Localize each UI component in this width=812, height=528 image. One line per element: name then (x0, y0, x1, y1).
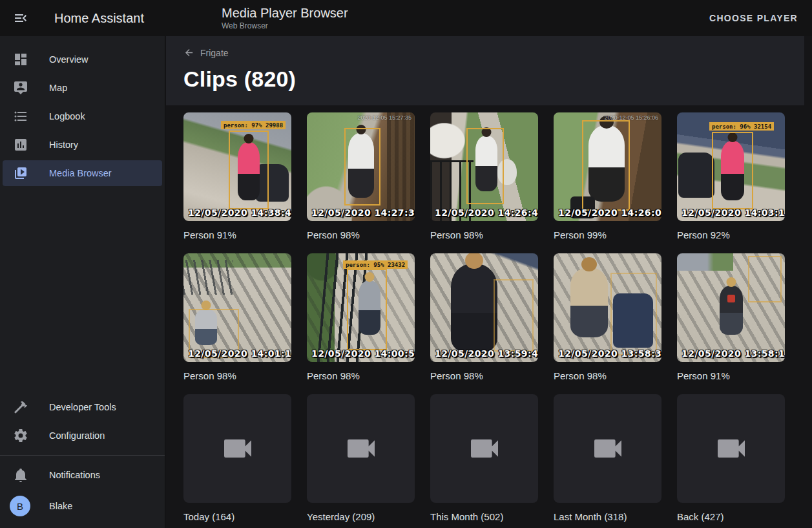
detection-label: person: 95% 23432 (343, 260, 408, 269)
top-app-bar: Home Assistant Media Player Browser Web … (0, 0, 812, 36)
clip-card[interactable]: person: 95% 23432 12/05/2020 14:00:52 Pe… (307, 253, 415, 381)
clip-thumbnail[interactable]: person: 97% 29988 12/05/2020 14:38:47 (183, 112, 291, 221)
gear-icon (13, 428, 28, 443)
folder-card-today[interactable]: Today (164) (183, 394, 291, 522)
clip-card[interactable]: 12/05/2020 13:58:30 Person 98% (554, 253, 661, 381)
arrow-left-icon (183, 47, 194, 58)
folder-card-last-month[interactable]: Last Month (318) (554, 394, 661, 522)
sidebar-item-overview[interactable]: Overview (3, 47, 162, 72)
sidebar-item-label: Notifications (49, 470, 100, 480)
red-graphic-shape (727, 295, 735, 302)
bell-icon (13, 467, 28, 483)
folder-thumbnail[interactable] (677, 394, 785, 503)
sidebar-item-label: Logbook (49, 111, 85, 121)
play-box-multiple-icon (13, 165, 28, 181)
clip-thumbnail[interactable]: 12/05/2020 13:58:17 (677, 253, 785, 362)
timestamp-overlay: 12/05/2020 13:58:17 (682, 348, 785, 359)
detection-bounding-box (582, 120, 630, 211)
clip-caption: Person 98% (554, 370, 661, 381)
video-icon (713, 430, 749, 467)
sidebar-item-history[interactable]: History (3, 132, 162, 158)
clip-card[interactable]: 12/05/2020 14:01:14 Person 98% (183, 253, 291, 381)
sidebar-item-label: Map (49, 83, 67, 93)
app-title: Home Assistant (54, 11, 144, 26)
clip-card[interactable]: 12/05/2020 14:26:46 Person 98% (430, 112, 538, 240)
hammer-icon (13, 399, 28, 415)
folder-thumbnail[interactable] (183, 394, 291, 503)
sidebar-item-label: Developer Tools (49, 402, 116, 412)
folder-label: Yesterday (209) (307, 511, 415, 522)
clip-card[interactable]: 2020-12-05 15:27:35 12/05/2020 14:27:35 … (307, 112, 415, 240)
detection-bounding-box (347, 269, 387, 350)
menu-open-icon[interactable] (13, 10, 28, 26)
detection-bounding-box (494, 279, 534, 352)
sidebar-item-label: Overview (49, 54, 88, 65)
video-icon (590, 430, 626, 467)
sidebar-item-profile[interactable]: B Blake (3, 491, 162, 522)
timestamp-overlay: 12/05/2020 14:38:47 (188, 207, 291, 218)
stroller-shape (678, 153, 714, 198)
clip-thumbnail[interactable]: 12/05/2020 14:26:46 (430, 112, 538, 221)
clip-card[interactable]: 12/05/2020 13:59:49 Person 98% (430, 253, 538, 381)
clip-caption: Person 98% (430, 370, 538, 381)
sidebar-item-map[interactable]: Map (3, 75, 162, 101)
sidebar-divider (0, 455, 165, 456)
person-figure (451, 264, 497, 353)
folder-label: This Month (502) (430, 511, 538, 522)
topbar-left-section: Home Assistant (0, 10, 165, 26)
clip-caption: Person 91% (183, 229, 291, 240)
clip-thumbnail[interactable]: 2020-12-05 15:27:35 12/05/2020 14:27:35 (307, 112, 415, 221)
timestamp-overlay: 12/05/2020 14:00:52 (311, 348, 415, 359)
sidebar-item-label: Configuration (49, 430, 105, 441)
clip-thumbnail[interactable]: 12/05/2020 13:58:30 (554, 253, 661, 362)
sidebar-item-logbook[interactable]: Logbook (3, 103, 162, 129)
clip-card[interactable]: 12/05/2020 13:58:17 Person 91% (677, 253, 785, 381)
media-browser-content: Frigate Clips (820) person: 97% 29988 12… (166, 36, 812, 528)
detection-bounding-box (748, 256, 782, 302)
folder-label: Back (427) (677, 511, 785, 522)
detection-bounding-box (712, 132, 753, 209)
clip-card[interactable]: person: 96% 32154 12/05/2020 14:03:17 Pe… (677, 112, 785, 240)
folder-label: Today (164) (183, 511, 291, 522)
detection-label: person: 96% 32154 (709, 122, 774, 131)
clip-caption: Person 92% (677, 229, 785, 240)
folder-thumbnail[interactable] (430, 394, 538, 503)
clip-thumbnail[interactable]: person: 95% 23432 12/05/2020 14:00:52 (307, 253, 415, 362)
clip-caption: Person 98% (307, 370, 415, 381)
clip-thumbnail[interactable]: person: 96% 32154 12/05/2020 14:03:17 (677, 112, 785, 221)
clip-caption: Person 98% (183, 370, 291, 381)
sidebar-item-configuration[interactable]: Configuration (3, 423, 162, 449)
person-figure (720, 286, 743, 335)
sidebar-item-developer-tools[interactable]: Developer Tools (3, 394, 162, 420)
content-header: Frigate Clips (820) (166, 36, 804, 105)
detection-label: person: 97% 29988 (221, 121, 286, 129)
timestamp-overlay: 12/05/2020 13:58:30 (558, 348, 661, 359)
folder-card-this-month[interactable]: This Month (502) (430, 394, 538, 522)
sidebar-bottom-section: Developer Tools Configuration Notificati… (0, 392, 165, 528)
clip-thumbnail[interactable]: 12/05/2020 13:59:49 (430, 253, 538, 362)
person-figure (570, 268, 608, 337)
folder-card-back[interactable]: Back (427) (677, 394, 785, 522)
sidebar-item-label: History (49, 140, 78, 150)
clip-caption: Person 91% (677, 370, 785, 381)
sidebar-item-notifications[interactable]: Notifications (3, 462, 162, 488)
clip-thumbnail[interactable]: 2020-12-05 15:26:06 12/05/2020 14:26:07 (554, 112, 661, 221)
folder-thumbnail[interactable] (554, 394, 661, 503)
camera-osd-text: 2020-12-05 15:27:35 (357, 114, 411, 121)
home-assistant-app: Home Assistant Media Player Browser Web … (0, 0, 812, 528)
choose-player-button[interactable]: CHOOSE PLAYER (704, 8, 803, 28)
clip-card[interactable]: 2020-12-05 15:26:06 12/05/2020 14:26:07 … (554, 112, 661, 240)
folder-label: Last Month (318) (554, 511, 661, 522)
clip-card[interactable]: person: 97% 29988 12/05/2020 14:38:47 Pe… (183, 112, 291, 240)
breadcrumb-back[interactable]: Frigate (183, 47, 229, 58)
clip-thumbnail[interactable]: 12/05/2020 14:01:14 (183, 253, 291, 362)
page-title: Clips (820) (183, 67, 804, 92)
sidebar-item-media-browser[interactable]: Media Browser (3, 160, 162, 186)
folder-thumbnail[interactable] (307, 394, 415, 503)
timestamp-overlay: 12/05/2020 14:26:46 (435, 207, 538, 218)
camera-osd-text: 2020-12-05 15:26:06 (604, 114, 658, 121)
breadcrumb-label: Frigate (200, 48, 229, 58)
clip-caption: Person 98% (430, 229, 538, 240)
folder-card-yesterday[interactable]: Yesterday (209) (307, 394, 415, 522)
avatar: B (10, 496, 30, 516)
